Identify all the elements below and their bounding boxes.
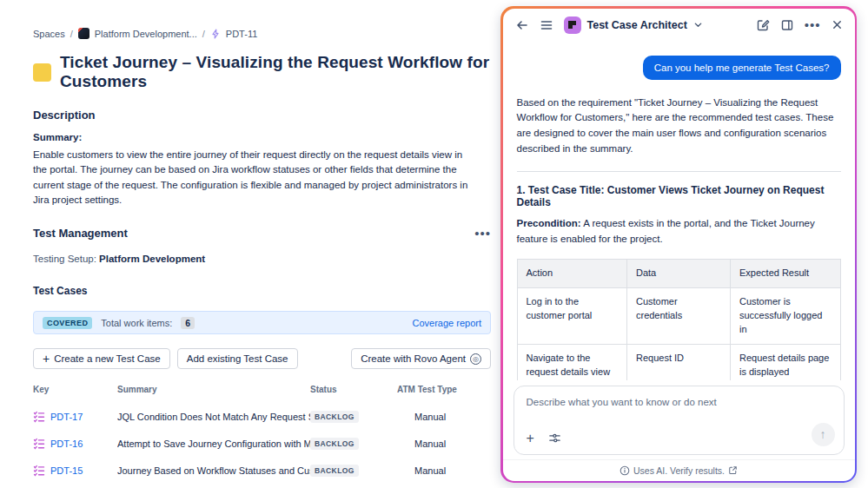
agent-avatar xyxy=(564,16,581,34)
step-data: Customer credentials xyxy=(626,288,730,345)
col-header-data: Data xyxy=(626,260,730,288)
panel-layout-icon[interactable] xyxy=(780,18,794,32)
test-case-checklist-icon xyxy=(33,465,45,477)
attach-plus-icon[interactable]: + xyxy=(527,432,534,445)
page-title: Ticket Journey – Visualizing the Request… xyxy=(60,53,491,91)
test-steps-table: Action Data Expected Result Log in to th… xyxy=(517,259,841,379)
table-row[interactable]: PDT-14 Permission Restriction for Ticket… xyxy=(33,484,491,488)
add-existing-test-case-button[interactable]: Add existing Test Case xyxy=(177,348,298,369)
atm-test-type: Manual xyxy=(397,412,491,422)
table-row[interactable]: PDT-17 JQL Condition Does Not Match Any … xyxy=(33,403,491,430)
total-work-items-label: Total work items: xyxy=(101,318,172,328)
summary-label: Summary: xyxy=(33,132,491,142)
issue-type-color-icon xyxy=(33,63,51,82)
external-link-icon xyxy=(728,465,738,475)
create-with-rovo-label: Create with Rovo Agent xyxy=(361,353,466,364)
total-work-items-count: 6 xyxy=(181,317,195,329)
plus-icon: + xyxy=(43,352,50,366)
test-step-row: Log in to the customer portal Customer c… xyxy=(517,288,840,345)
breadcrumb-separator: / xyxy=(70,29,73,39)
create-with-rovo-agent-button[interactable]: Create with Rovo Agent ◎ xyxy=(351,348,491,369)
test-case-checklist-icon xyxy=(33,411,45,423)
breadcrumb-issue-link[interactable]: PDT-11 xyxy=(226,29,257,39)
description-heading: Description xyxy=(33,109,491,122)
ai-response-intro: Based on the requirement "Ticket Journey… xyxy=(517,96,841,157)
chat-footer: Uses AI. Verify results. xyxy=(503,459,855,481)
test-case-checklist-icon xyxy=(33,438,45,450)
more-options-icon[interactable]: ••• xyxy=(474,229,491,238)
create-new-test-case-label: Create a new Test Case xyxy=(54,353,161,364)
col-header-expected: Expected Result xyxy=(731,260,841,288)
uses-ai-link[interactable]: Uses AI. Verify results. xyxy=(620,465,738,476)
table-row[interactable]: PDT-16 Attempt to Save Journey Configura… xyxy=(33,430,491,457)
rovo-logo-icon: ◎ xyxy=(470,353,481,365)
agent-name: Test Case Architect xyxy=(587,19,687,31)
test-case-key-link[interactable]: PDT-16 xyxy=(50,439,83,449)
col-header-action: Action xyxy=(517,260,626,288)
testing-setup-label: Testing Setup: xyxy=(33,254,96,264)
test-case-key-link[interactable]: PDT-17 xyxy=(50,412,83,422)
chevron-down-icon xyxy=(693,20,703,30)
test-case-summary: JQL Condition Does Not Match Any Request… xyxy=(117,412,310,422)
status-badge[interactable]: BACKLOG xyxy=(310,465,359,477)
status-badge[interactable]: BACKLOG xyxy=(310,411,359,423)
create-new-test-case-button[interactable]: + Create a new Test Case xyxy=(33,348,170,369)
col-header-summary: Summary xyxy=(117,385,310,394)
test-cases-heading: Test Cases xyxy=(33,285,491,297)
new-conversation-icon[interactable] xyxy=(756,18,770,32)
step-expected: Customer is successfully logged in xyxy=(731,288,841,345)
breadcrumb: Spaces / Platform Development... / PDT-1… xyxy=(33,28,491,39)
test-case-summary: Journey Based on Workflow Statuses and C… xyxy=(117,465,310,476)
table-row[interactable]: PDT-15 Journey Based on Workflow Statuse… xyxy=(33,457,491,484)
col-header-atm-type: ATM Test Type xyxy=(397,385,491,394)
chat-header: Test Case Architect ••• xyxy=(503,9,855,42)
step-expected: Request details page is displayed xyxy=(731,345,841,380)
breadcrumb-project-link[interactable]: Platform Development... xyxy=(95,29,197,39)
chat-more-options-icon[interactable]: ••• xyxy=(805,21,821,30)
step-action: Navigate to the request details view xyxy=(517,345,626,380)
step-data: Request ID xyxy=(626,345,730,380)
step-action: Log in to the customer portal xyxy=(517,288,626,345)
test-cases-table-header: Key Summary Status ATM Test Type xyxy=(33,385,491,403)
testing-setup-line: Testing Setup: Platform Development xyxy=(33,254,491,264)
test-case-summary: Attempt to Save Journey Configuration wi… xyxy=(117,439,310,449)
precondition-label: Precondition: xyxy=(517,218,581,228)
chat-input[interactable] xyxy=(514,386,844,421)
coverage-report-link[interactable]: Coverage report xyxy=(413,318,482,328)
breadcrumb-spaces-link[interactable]: Spaces xyxy=(33,29,65,39)
col-header-key: Key xyxy=(33,385,117,394)
description-body: Enable customers to view the entire jour… xyxy=(33,148,472,208)
issue-pane: Spaces / Platform Development... / PDT-1… xyxy=(0,0,500,488)
test-case-key-link[interactable]: PDT-15 xyxy=(50,465,83,476)
coverage-banner: COVERED Total work items: 6 Coverage rep… xyxy=(33,311,491,334)
status-badge[interactable]: BACKLOG xyxy=(310,438,359,450)
breadcrumb-separator: / xyxy=(202,29,205,39)
rovo-chat-panel: Test Case Architect ••• Can you help me … xyxy=(500,6,857,483)
test-step-row: Navigate to the request details view Req… xyxy=(517,345,840,380)
menu-icon[interactable] xyxy=(540,18,553,32)
covered-status-badge: COVERED xyxy=(43,317,92,329)
back-icon[interactable] xyxy=(515,18,529,32)
chat-conversation: Can you help me generate Test Cases? Bas… xyxy=(503,43,855,380)
test-management-heading: Test Management xyxy=(33,227,128,240)
testing-setup-value: Platform Development xyxy=(99,254,205,264)
divider xyxy=(517,171,841,172)
uses-ai-text: Uses AI. Verify results. xyxy=(633,465,725,476)
test-case-title-heading: 1. Test Case Title: Customer Views Ticke… xyxy=(517,184,841,208)
add-existing-test-case-label: Add existing Test Case xyxy=(187,353,288,364)
settings-sliders-icon[interactable] xyxy=(548,432,561,445)
space-avatar-icon xyxy=(78,28,89,39)
chat-input-container: + ↑ xyxy=(514,386,845,455)
atm-test-type: Manual xyxy=(397,439,491,449)
col-header-status: Status xyxy=(310,385,397,394)
info-icon xyxy=(620,465,630,476)
atm-test-type: Manual xyxy=(397,465,491,476)
agent-selector[interactable]: Test Case Architect xyxy=(564,16,703,34)
close-icon[interactable] xyxy=(832,19,843,30)
work-item-bolt-icon xyxy=(210,29,221,39)
send-button[interactable]: ↑ xyxy=(812,423,835,446)
user-message-bubble: Can you help me generate Test Cases? xyxy=(643,56,841,80)
precondition-line: Precondition: A request exists in the po… xyxy=(517,216,841,247)
test-cases-table: Key Summary Status ATM Test Type PDT-17 … xyxy=(33,385,491,488)
